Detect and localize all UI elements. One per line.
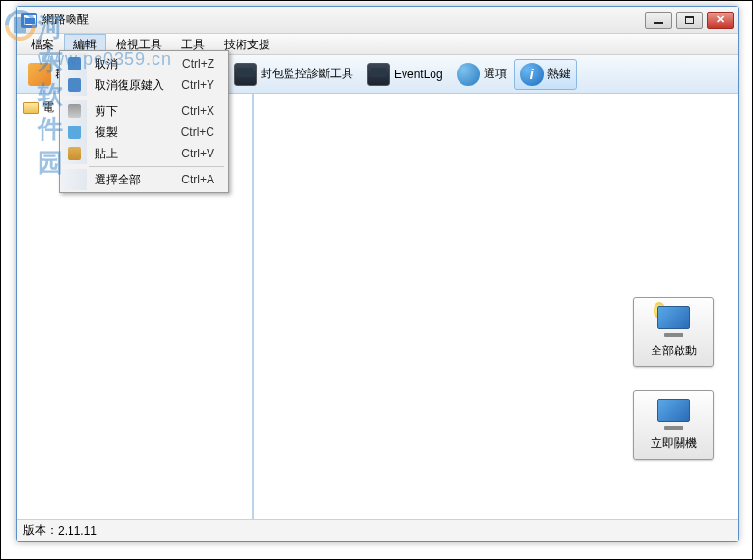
toolbar-options-button[interactable]: 選項	[450, 59, 514, 90]
menu-cut[interactable]: 剪下 Ctrl+X	[62, 100, 226, 122]
shutdown-button[interactable]: 立即關機	[633, 390, 714, 460]
toolbar-packet-button[interactable]: 封包監控診斷工具	[227, 59, 360, 90]
menu-redo-label: 取消復原鍵入	[87, 77, 181, 94]
menu-redo-shortcut: Ctrl+Y	[181, 78, 226, 92]
menu-copy-shortcut: Ctrl+C	[181, 126, 226, 139]
app-icon	[21, 13, 37, 28]
window-controls: ✕	[645, 12, 734, 29]
window-title: 網路喚醒	[42, 12, 645, 28]
menu-undo-label: 取消	[87, 56, 182, 72]
menu-paste[interactable]: 貼上 Ctrl+V	[62, 143, 226, 164]
maximize-button[interactable]	[676, 12, 703, 29]
menu-select-all-label: 選擇全部	[87, 172, 181, 188]
statusbar: 版本： 2.11.11	[17, 519, 738, 541]
undo-icon	[68, 57, 81, 70]
toolbar-eventlog-label: EventLog	[394, 68, 443, 81]
groups-icon	[28, 63, 51, 86]
folder-icon	[23, 102, 39, 114]
version-label: 版本：	[23, 522, 58, 539]
toolbar-options-label: 選項	[484, 66, 507, 82]
tree-root-label: 電	[42, 99, 54, 116]
wake-pc-icon	[655, 306, 692, 339]
minimize-button[interactable]	[645, 12, 672, 29]
titlebar: 網路喚醒 ✕	[17, 7, 738, 34]
paste-icon	[68, 147, 81, 160]
cut-icon	[68, 104, 81, 118]
wake-all-label: 全部啟動	[651, 343, 697, 359]
copy-icon	[68, 126, 81, 139]
menu-paste-shortcut: Ctrl+V	[181, 147, 226, 160]
menu-select-all-shortcut: Ctrl+A	[181, 173, 226, 186]
menu-redo[interactable]: 取消復原鍵入 Ctrl+Y	[62, 74, 226, 96]
menu-separator	[89, 166, 224, 167]
action-panel: 全部啟動 立即關機	[633, 297, 714, 460]
packet-monitor-icon	[234, 63, 257, 86]
wake-all-button[interactable]: 全部啟動	[633, 297, 714, 367]
menu-cut-shortcut: Ctrl+X	[181, 104, 226, 118]
shutdown-label: 立即關機	[651, 435, 697, 452]
shutdown-pc-icon	[655, 399, 692, 432]
menu-paste-label: 貼上	[87, 146, 181, 162]
version-value: 2.11.11	[58, 524, 97, 538]
menu-separator	[89, 98, 224, 98]
eventlog-icon	[367, 63, 390, 86]
menu-undo-shortcut: Ctrl+Z	[182, 57, 226, 70]
edit-menu-dropdown: 取消 Ctrl+Z 取消復原鍵入 Ctrl+Y 剪下 Ctrl+X 複製 Ctr…	[59, 50, 229, 193]
menu-select-all[interactable]: 選擇全部 Ctrl+A	[62, 169, 226, 190]
toolbar-packet-label: 封包監控診斷工具	[261, 66, 353, 82]
menu-copy-label: 複製	[87, 125, 181, 141]
toolbar-hotkey-label: 熱鍵	[547, 66, 571, 82]
toolbar-eventlog-button[interactable]: EventLog	[360, 59, 450, 90]
info-icon	[520, 63, 544, 86]
menu-undo[interactable]: 取消 Ctrl+Z	[62, 53, 226, 74]
menu-file[interactable]: 檔案	[21, 34, 64, 54]
gear-icon	[457, 63, 480, 86]
menu-cut-label: 剪下	[87, 103, 181, 120]
close-button[interactable]: ✕	[707, 12, 734, 29]
menu-copy[interactable]: 複製 Ctrl+C	[62, 122, 226, 143]
redo-icon	[68, 78, 81, 92]
toolbar-hotkey-button[interactable]: 熱鍵	[514, 59, 577, 90]
